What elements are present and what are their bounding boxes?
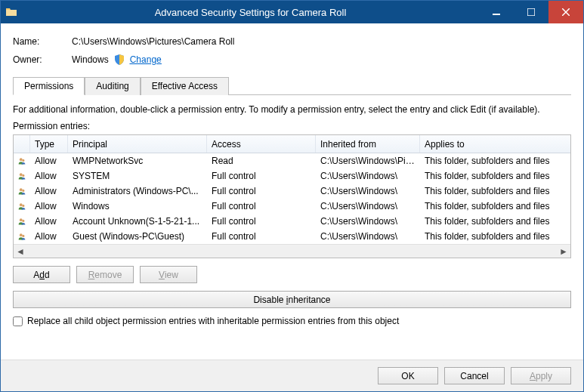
cell-inherited: C:\Users\Windows\Pic...	[316, 156, 420, 166]
cell-type: Allow	[30, 201, 68, 211]
table-row[interactable]: AllowSYSTEMFull controlC:\Users\Windows\…	[14, 168, 570, 184]
entry-buttons: Add Remove View	[13, 266, 571, 283]
cell-applies: This folder, subfolders and files	[420, 216, 570, 227]
cell-access: Full control	[207, 216, 316, 227]
close-button[interactable]	[548, 1, 583, 23]
cell-principal: WMPNetworkSvc	[68, 156, 207, 166]
cell-applies: This folder, subfolders and files	[420, 156, 570, 166]
table-header: Type Principal Access Inherited from App…	[14, 135, 570, 153]
column-applies[interactable]: Applies to	[420, 135, 570, 153]
cell-inherited: C:\Users\Windows\	[316, 231, 420, 242]
replace-label[interactable]: Replace all child object permission entr…	[27, 316, 399, 326]
tab-auditing[interactable]: Auditing	[85, 77, 140, 95]
svg-point-15	[22, 235, 24, 237]
column-principal[interactable]: Principal	[68, 135, 207, 153]
tab-body: For additional information, double-click…	[13, 95, 571, 326]
maximize-button[interactable]	[514, 1, 548, 23]
cell-access: Read	[207, 156, 316, 166]
cell-inherited: C:\Users\Windows\	[316, 171, 420, 181]
column-type[interactable]: Type	[30, 135, 68, 153]
svg-point-6	[20, 173, 23, 176]
svg-point-7	[22, 174, 24, 177]
cell-type: Allow	[30, 216, 68, 227]
permission-table: Type Principal Access Inherited from App…	[13, 134, 571, 258]
folder-icon	[1, 6, 22, 18]
column-inherited[interactable]: Inherited from	[316, 135, 420, 153]
disable-inheritance-button[interactable]: Disable inheritance	[13, 291, 571, 308]
view-button: View	[140, 266, 197, 283]
svg-point-13	[22, 220, 24, 222]
table-row[interactable]: AllowWMPNetworkSvcReadC:\Users\Windows\P…	[14, 153, 570, 168]
cell-inherited: C:\Users\Windows\	[316, 216, 420, 227]
tab-effective-access[interactable]: Effective Access	[141, 77, 229, 95]
scroll-right-icon[interactable]: ►	[558, 246, 569, 257]
column-icon[interactable]	[14, 135, 30, 153]
svg-point-14	[20, 233, 23, 236]
cell-principal: Windows	[68, 201, 207, 211]
scroll-left-icon[interactable]: ◄	[15, 246, 26, 257]
cell-type: Allow	[30, 171, 68, 181]
svg-point-10	[20, 203, 23, 206]
owner-row: Owner: Windows Change	[13, 51, 571, 69]
ok-button[interactable]: OK	[378, 367, 438, 384]
principal-icon	[14, 230, 30, 242]
cell-access: Full control	[207, 231, 316, 242]
svg-point-5	[22, 159, 24, 162]
svg-point-4	[20, 158, 23, 161]
principal-icon	[14, 170, 30, 182]
cell-principal: Account Unknown(S-1-5-21-1...	[68, 216, 207, 227]
table-row[interactable]: AllowWindowsFull controlC:\Users\Windows…	[14, 199, 570, 214]
cell-type: Allow	[30, 231, 68, 242]
apply-button: Apply	[511, 367, 571, 384]
cell-type: Allow	[30, 156, 68, 166]
minimize-button[interactable]	[479, 1, 514, 23]
table-row[interactable]: AllowAdministrators (Windows-PC\...Full …	[14, 184, 570, 199]
svg-point-11	[22, 205, 24, 207]
window: Advanced Security Settings for Camera Ro…	[0, 0, 584, 392]
content-area: Name: C:\Users\Windows\Pictures\Camera R…	[1, 23, 583, 360]
cell-principal: SYSTEM	[68, 171, 207, 181]
table-row[interactable]: AllowAccount Unknown(S-1-5-21-1...Full c…	[14, 214, 570, 229]
window-controls	[479, 1, 583, 23]
principal-icon	[14, 200, 30, 212]
tab-permissions[interactable]: Permissions	[13, 77, 85, 95]
replace-checkbox[interactable]	[13, 316, 23, 326]
cell-principal: Guest (Windows-PC\Guest)	[68, 231, 207, 242]
column-access[interactable]: Access	[207, 135, 316, 153]
change-owner-link[interactable]: Change	[130, 54, 162, 65]
titlebar: Advanced Security Settings for Camera Ro…	[1, 1, 583, 23]
principal-icon	[14, 215, 30, 227]
owner-value: Windows	[72, 54, 109, 65]
cell-access: Full control	[207, 186, 316, 196]
entries-label: Permission entries:	[13, 121, 571, 131]
table-body: AllowWMPNetworkSvcReadC:\Users\Windows\P…	[14, 153, 570, 244]
cell-principal: Administrators (Windows-PC\...	[68, 186, 207, 196]
cell-inherited: C:\Users\Windows\	[316, 201, 420, 211]
add-button[interactable]: Add	[13, 266, 70, 283]
cell-inherited: C:\Users\Windows\	[316, 186, 420, 196]
table-row[interactable]: AllowGuest (Windows-PC\Guest)Full contro…	[14, 229, 570, 244]
svg-rect-1	[527, 8, 535, 16]
horizontal-scrollbar[interactable]: ◄ ►	[14, 244, 570, 258]
svg-rect-0	[493, 14, 500, 15]
tabs: Permissions Auditing Effective Access	[13, 76, 571, 95]
cell-access: Full control	[207, 171, 316, 181]
svg-point-8	[20, 188, 23, 191]
cancel-button[interactable]: Cancel	[444, 367, 505, 384]
cell-applies: This folder, subfolders and files	[420, 231, 570, 242]
cell-applies: This folder, subfolders and files	[420, 186, 570, 196]
name-label: Name:	[13, 36, 72, 47]
window-title: Advanced Security Settings for Camera Ro…	[22, 7, 479, 18]
shield-icon	[113, 54, 125, 66]
dialog-footer: OK Cancel Apply	[1, 360, 583, 391]
cell-type: Allow	[30, 186, 68, 196]
svg-point-12	[20, 218, 23, 221]
cell-access: Full control	[207, 201, 316, 211]
name-value: C:\Users\Windows\Pictures\Camera Roll	[72, 36, 234, 47]
cell-applies: This folder, subfolders and files	[420, 201, 570, 211]
remove-button: Remove	[76, 266, 134, 283]
svg-point-9	[22, 190, 24, 192]
name-row: Name: C:\Users\Windows\Pictures\Camera R…	[13, 32, 571, 51]
description-text: For additional information, double-click…	[13, 104, 571, 115]
owner-label: Owner:	[13, 54, 72, 65]
